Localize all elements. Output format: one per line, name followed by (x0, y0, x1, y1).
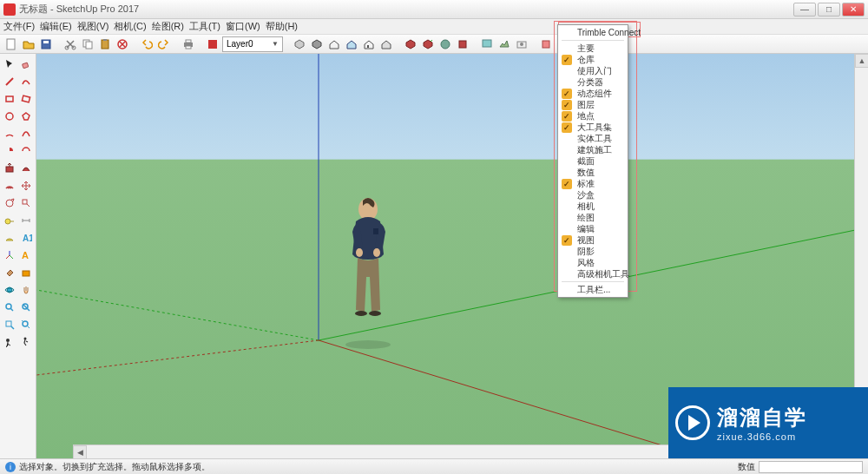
toolbar-menu-item[interactable]: 风格 (558, 257, 628, 268)
select-tool[interactable] (3, 56, 18, 73)
toolbar-menu-item[interactable]: 工具栏... (558, 284, 628, 295)
menu-draw[interactable]: 绘图(R) (152, 20, 184, 33)
zoom-tool[interactable] (3, 300, 18, 316)
axes-tool[interactable] (3, 247, 18, 264)
toolbar-menu-item[interactable]: 分类器 (558, 76, 628, 88)
house-button[interactable] (326, 36, 342, 52)
toolbar-menu-item[interactable]: 图层 (558, 99, 628, 110)
menu-help[interactable]: 帮助(H) (266, 20, 298, 33)
copy-button[interactable] (80, 36, 95, 52)
offset-tool[interactable] (3, 178, 18, 194)
rotated-rect-tool[interactable] (18, 91, 34, 108)
house3-button[interactable] (361, 36, 377, 52)
toolbar-menu-item[interactable]: 编辑 (558, 223, 628, 234)
print-button[interactable] (181, 36, 196, 52)
paint-tool[interactable] (3, 265, 18, 281)
dimension-tool[interactable] (18, 213, 34, 229)
pie-tool[interactable] (3, 143, 18, 160)
upload-button[interactable] (437, 36, 453, 52)
toolbar-menu-item[interactable]: 阴影 (558, 246, 628, 257)
menu-camera[interactable]: 相机(C) (114, 20, 146, 33)
cut-button[interactable] (62, 36, 78, 52)
toolbar-menu-item[interactable]: 高级相机工具 (558, 268, 628, 280)
layer-color-button[interactable] (205, 36, 220, 52)
save-button[interactable] (38, 36, 54, 52)
zoom-window-tool[interactable] (3, 317, 18, 333)
minimize-button[interactable]: — (793, 3, 816, 16)
menu-edit[interactable]: 编辑(E) (40, 20, 72, 33)
scale-tool[interactable] (18, 195, 34, 212)
toolbar-menu-item[interactable]: 使用入门 (558, 65, 628, 76)
maximize-button[interactable]: □ (818, 3, 840, 16)
toolbar-menu-item[interactable]: 视图 (558, 234, 628, 246)
layer-select[interactable]: Layer0▼ (222, 36, 283, 52)
new-file-button[interactable] (3, 36, 19, 52)
toolbar-menu-item[interactable]: 绘图 (558, 212, 628, 223)
measurement-input[interactable] (759, 461, 863, 473)
location-button[interactable] (479, 36, 495, 52)
vertical-scrollbar[interactable]: ▲ ▼ (854, 54, 868, 444)
previous-view-tool[interactable] (18, 317, 34, 333)
arc3-tool[interactable] (18, 143, 34, 160)
open-file-button[interactable] (21, 36, 36, 52)
section-plane-tool[interactable] (18, 265, 34, 281)
toolbar-menu-item[interactable]: 数值 (558, 167, 628, 178)
warehouse-button[interactable] (403, 36, 418, 52)
rotate-tool[interactable] (3, 195, 18, 212)
delete-button[interactable] (115, 36, 130, 52)
toolbar-menu-item[interactable]: 实体工具 (558, 133, 628, 144)
walk-tool[interactable] (18, 334, 34, 351)
line-tool[interactable] (3, 74, 18, 90)
followme-tool[interactable] (18, 161, 34, 177)
toolbar-menu-item[interactable]: 建筑施工 (558, 144, 628, 155)
eraser-tool[interactable] (18, 56, 34, 73)
polygon-tool[interactable] (18, 109, 34, 125)
toolbar-menu-item[interactable]: 沙盒 (558, 189, 628, 201)
svg-point-51 (355, 311, 367, 316)
rectangle-tool[interactable] (3, 91, 18, 108)
paste-button[interactable] (97, 36, 113, 52)
watermark-url: zixue.3d66.com (717, 431, 807, 442)
redo-button[interactable] (156, 36, 172, 52)
protractor-tool[interactable] (3, 230, 18, 247)
pan-tool[interactable] (18, 282, 34, 299)
pushpull-tool[interactable] (3, 161, 18, 177)
toolbar-menu-item[interactable]: 截面 (558, 155, 628, 167)
toolbar-menu-item[interactable]: Trimble Connect (558, 27, 628, 38)
menu-file[interactable]: 文件(F) (3, 20, 35, 33)
toolbar-menu-item[interactable]: 地点 (558, 110, 628, 122)
zoom-extents-tool[interactable] (18, 300, 34, 316)
toolbar-menu-item[interactable]: 主要 (558, 43, 628, 54)
model-button[interactable] (292, 36, 307, 52)
orbit-tool[interactable] (3, 282, 18, 299)
extension-button[interactable] (455, 36, 470, 52)
freehand-tool[interactable] (18, 74, 34, 90)
menu-view[interactable]: 视图(V) (77, 20, 109, 33)
undo-button[interactable] (139, 36, 155, 52)
house4-button[interactable] (378, 36, 394, 52)
terrain-button[interactable] (496, 36, 512, 52)
menu-window[interactable]: 窗口(W) (226, 20, 260, 33)
close-button[interactable]: ✕ (842, 3, 865, 16)
toolbar-menu-item[interactable]: 大工具集 (558, 122, 628, 133)
section-button[interactable] (538, 36, 554, 52)
scroll-left-icon[interactable]: ◀ (73, 445, 87, 458)
toolbar-menu-item[interactable]: 相机 (558, 201, 628, 212)
menu-tools[interactable]: 工具(T) (189, 20, 220, 33)
scroll-up-icon[interactable]: ▲ (855, 54, 868, 68)
photo-button[interactable] (514, 36, 529, 52)
toolbar-menu-item[interactable]: 仓库 (558, 54, 628, 65)
share-button[interactable] (420, 36, 436, 52)
move-tool[interactable] (18, 178, 34, 194)
position-camera-tool[interactable] (3, 334, 18, 351)
tape-tool[interactable] (3, 213, 18, 229)
arc-tool[interactable] (3, 126, 18, 142)
circle-tool[interactable] (3, 109, 18, 125)
house2-button[interactable] (344, 36, 359, 52)
toolbar-menu-item[interactable]: 标准 (558, 178, 628, 189)
toolbar-menu-item[interactable]: 动态组件 (558, 88, 628, 99)
arc2-tool[interactable] (18, 126, 34, 142)
text-tool[interactable]: A1 (18, 230, 34, 247)
component-button[interactable] (309, 36, 325, 52)
3dtext-tool[interactable]: A (18, 247, 34, 264)
